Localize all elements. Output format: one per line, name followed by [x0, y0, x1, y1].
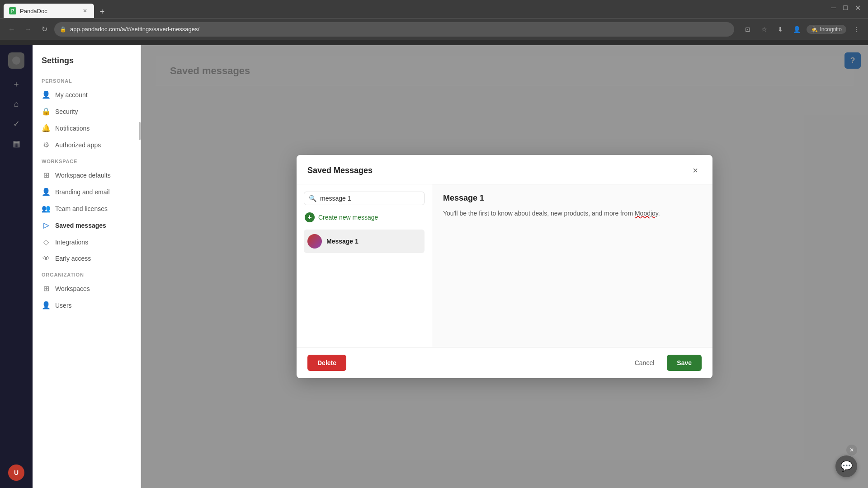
team-icon: 👥: [42, 204, 51, 213]
create-new-message-label: Create new message: [318, 214, 378, 221]
svg-point-0: [12, 56, 20, 65]
reader-mode-button[interactable]: ⊡: [741, 23, 754, 36]
sidebar-item-my-account[interactable]: 👤 My account: [33, 86, 141, 103]
message-item-title: Message 1: [326, 238, 359, 245]
authorized-apps-icon: ⚙: [42, 141, 51, 149]
sidebar-item-workspaces-label: Workspaces: [55, 285, 90, 292]
sidebar-item-branding[interactable]: 👤 Branding and email: [33, 183, 141, 200]
download-button[interactable]: ⬇: [774, 23, 787, 36]
sidebar-item-workspace-defaults-label: Workspace defaults: [55, 172, 111, 179]
sidebar-item-security[interactable]: 🔒 Security: [33, 103, 141, 120]
menu-button[interactable]: ⋮: [850, 23, 863, 36]
sidebar-item-users[interactable]: 👤 Users: [33, 297, 141, 314]
message-preview-text: You'll be the first to know about deals,…: [443, 208, 702, 218]
modal-close-button[interactable]: ×: [689, 164, 702, 177]
delete-button[interactable]: Delete: [307, 355, 346, 371]
modal-overlay: Saved Messages × 🔍 + Create new message: [141, 45, 868, 488]
sidebar-item-integrations-label: Integrations: [55, 239, 88, 246]
rail-add-button[interactable]: ＋: [8, 76, 24, 92]
modal-footer: Delete Cancel Save: [297, 347, 712, 378]
sidebar-item-team-label: Team and licenses: [55, 205, 108, 212]
rail-home-button[interactable]: ⌂: [8, 96, 24, 112]
user-avatar[interactable]: U: [8, 465, 24, 481]
bookmark-button[interactable]: ☆: [758, 23, 770, 36]
sidebar-item-early-access[interactable]: 👁 Early access: [33, 250, 141, 267]
modal-header: Saved Messages ×: [297, 155, 712, 184]
sidebar-item-authorized-apps[interactable]: ⚙ Authorized apps: [33, 136, 141, 153]
forward-button[interactable]: →: [22, 23, 34, 36]
security-icon: 🔒: [42, 107, 51, 116]
message-list-item[interactable]: Message 1: [304, 230, 425, 253]
plus-icon: +: [305, 212, 315, 222]
modal-left-panel: 🔍 + Create new message Message 1: [297, 184, 432, 347]
sidebar-item-integrations[interactable]: ◇ Integrations: [33, 234, 141, 250]
scroll-indicator: [139, 122, 141, 140]
saved-messages-icon: ▷: [42, 221, 51, 230]
workspace-defaults-icon: ⊞: [42, 171, 51, 179]
sidebar-item-authorized-apps-label: Authorized apps: [55, 141, 101, 149]
personal-section-label: PERSONAL: [33, 73, 141, 86]
sidebar-item-team[interactable]: 👥 Team and licenses: [33, 200, 141, 217]
main-content: Saved messages ? Saved Messages × 🔍: [141, 45, 868, 488]
tab-close-button[interactable]: ✕: [81, 7, 89, 14]
preview-text-before-link: You'll be the first to know about deals,…: [443, 210, 635, 217]
modal-dialog: Saved Messages × 🔍 + Create new message: [297, 155, 712, 378]
tab-title: PandaDoc: [20, 8, 47, 14]
rail-chart-button[interactable]: ▦: [8, 136, 24, 152]
workspaces-icon: ⊞: [42, 284, 51, 293]
modal-right-panel: Message 1 You'll be the first to know ab…: [432, 184, 712, 347]
tab-favicon: P: [9, 7, 16, 14]
message-search-box[interactable]: 🔍: [304, 192, 425, 205]
sidebar-item-early-access-label: Early access: [55, 255, 91, 262]
sidebar-item-notifications[interactable]: 🔔 Notifications: [33, 120, 141, 136]
sidebar-item-saved-messages-label: Saved messages: [55, 222, 106, 229]
organization-section-label: ORGANIZATION: [33, 267, 141, 280]
minimize-button[interactable]: ─: [831, 4, 836, 12]
sidebar-item-workspaces[interactable]: ⊞ Workspaces: [33, 280, 141, 297]
users-icon: 👤: [42, 301, 51, 310]
message-search-input[interactable]: [320, 195, 420, 202]
notifications-icon: 🔔: [42, 124, 51, 132]
sidebar-item-my-account-label: My account: [55, 91, 88, 99]
incognito-label: Incognito: [820, 26, 842, 33]
sidebar-item-notifications-label: Notifications: [55, 125, 90, 132]
sidebar: Settings PERSONAL 👤 My account 🔒 Securit…: [33, 45, 141, 488]
preview-link-text: Moodjoy: [635, 210, 658, 217]
early-access-icon: 👁: [42, 254, 51, 263]
active-tab[interactable]: P PandaDoc ✕: [4, 4, 94, 18]
maximize-button[interactable]: □: [843, 4, 848, 12]
preview-text-end: .: [658, 210, 660, 217]
address-bar[interactable]: 🔒 app.pandadoc.com/a/#/settings/saved-me…: [54, 22, 734, 37]
sidebar-item-branding-label: Branding and email: [55, 188, 110, 196]
message-preview-title: Message 1: [443, 193, 702, 203]
message-avatar: [307, 234, 322, 249]
sidebar-title: Settings: [33, 52, 141, 73]
icon-rail: ＋ ⌂ ✓ ▦ U: [0, 45, 33, 488]
cancel-button[interactable]: Cancel: [627, 355, 662, 371]
footer-right-actions: Cancel Save: [627, 355, 702, 371]
integrations-icon: ◇: [42, 238, 51, 246]
account-icon: 👤: [42, 90, 51, 99]
sidebar-item-security-label: Security: [55, 108, 78, 115]
incognito-icon: 🕵: [811, 26, 818, 33]
url-text: app.pandadoc.com/a/#/settings/saved-mess…: [70, 26, 199, 33]
branding-icon: 👤: [42, 188, 51, 196]
create-new-message-button[interactable]: + Create new message: [304, 211, 425, 224]
modal-body: 🔍 + Create new message Message 1: [297, 184, 712, 347]
profile-button[interactable]: 👤: [790, 23, 803, 36]
rail-check-button[interactable]: ✓: [8, 116, 24, 132]
reload-button[interactable]: ↻: [38, 23, 51, 36]
back-button[interactable]: ←: [5, 23, 18, 36]
modal-title: Saved Messages: [307, 166, 373, 175]
workspace-section-label: WORKSPACE: [33, 153, 141, 167]
new-tab-button[interactable]: +: [96, 5, 108, 18]
search-icon: 🔍: [309, 195, 316, 202]
sidebar-item-workspace-defaults[interactable]: ⊞ Workspace defaults: [33, 167, 141, 183]
chat-close-button[interactable]: ✕: [846, 445, 857, 455]
sidebar-item-saved-messages[interactable]: ▷ Saved messages: [33, 217, 141, 234]
save-button[interactable]: Save: [667, 355, 702, 371]
close-button[interactable]: ✕: [855, 4, 861, 12]
chat-widget-button[interactable]: 💬: [835, 455, 857, 477]
incognito-badge: 🕵 Incognito: [807, 25, 846, 34]
logo[interactable]: [8, 52, 24, 69]
